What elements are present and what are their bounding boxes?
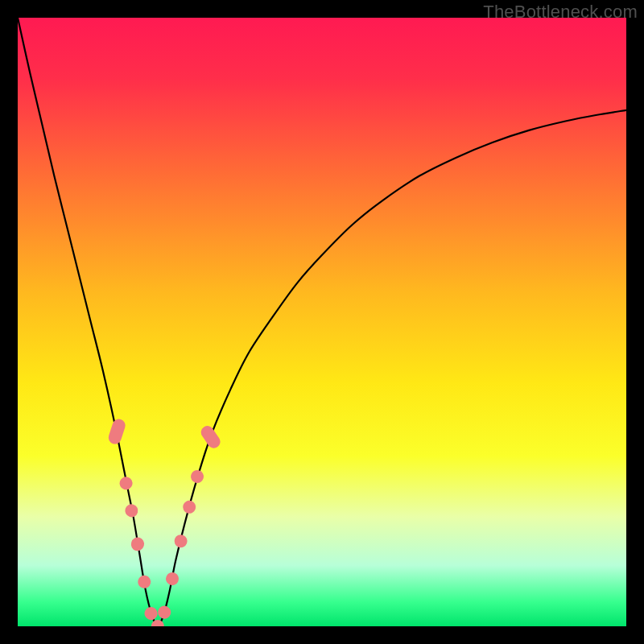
watermark-text: TheBottleneck.com [483, 2, 638, 23]
bottleneck-chart [18, 18, 626, 626]
gradient-background [18, 18, 626, 626]
chart-frame [18, 18, 626, 626]
